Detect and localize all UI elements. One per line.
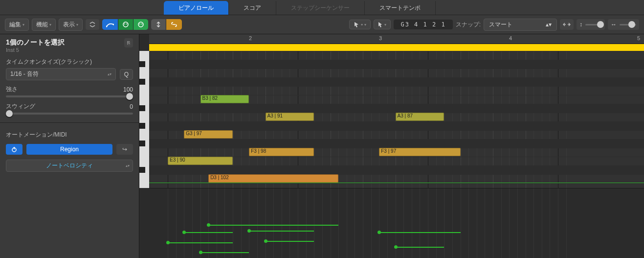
pointer-tool[interactable]: +▾ [349,20,371,29]
midi-draw-tool-icon[interactable] [102,19,118,30]
black-key[interactable] [139,105,145,111]
midi-note[interactable]: F3 | 97 [379,148,460,156]
snap-select[interactable]: スマート▴▾ [484,19,557,31]
midi-note[interactable]: B3 | 82 [200,95,249,103]
tab-score[interactable]: スコア [229,1,276,15]
view-tabs: ピアノロール スコア ステップシーケンサー スマートテンポ [0,0,644,15]
tab-piano-roll[interactable]: ピアノロール [164,1,229,15]
ruler-mark: 2 [249,35,252,41]
automation-param-select[interactable]: ノートベロシティ▴▾ [6,160,133,172]
quantize-apply-button[interactable]: Q [120,69,133,80]
velocity-line[interactable] [208,225,338,226]
snap-edges-icon[interactable] [560,19,574,30]
velocity-line[interactable] [396,247,444,248]
ruler-mark: 4 [509,35,512,41]
link-icon[interactable] [166,19,182,30]
velocity-line[interactable] [184,232,233,233]
midi-note[interactable]: A3 | 87 [396,113,444,121]
horizontal-zoom[interactable]: ↔ [608,19,639,30]
position-readout: G3 4 1 2 1 [394,20,452,29]
black-key[interactable] [139,167,145,173]
svg-point-2 [123,22,128,27]
quantize-label: タイムクオンタイズ(クラシック) [6,58,133,66]
collapse-icon[interactable] [86,19,99,30]
velocity-handle[interactable] [166,241,170,244]
vertical-zoom[interactable]: ↕ [577,19,605,30]
inspector-toggle-icon[interactable]: ⎘ [124,38,133,47]
tab-step-sequencer: ステップシーケンサー [276,1,365,15]
black-key[interactable] [139,123,145,129]
velocity-line[interactable] [249,231,314,232]
midi-note[interactable]: A3 | 91 [266,113,314,121]
svg-point-4 [126,23,127,24]
region-button[interactable]: Region [26,144,112,155]
automation-next-icon[interactable]: ↪ [116,144,133,155]
ruler-mark: 3 [379,35,382,41]
midi-note[interactable]: G3 | 97 [184,130,233,139]
strength-value: 100 [123,86,133,93]
velocity-handle[interactable] [182,231,186,234]
functions-menu[interactable]: 機能▾ [32,19,56,31]
inspector-sidebar: 1個のノートを選択 Inst 5 ⎘ タイムクオンタイズ(クラシック) 1/16… [0,34,139,258]
velocity-handle[interactable] [247,229,251,233]
svg-point-3 [124,23,125,24]
main: 1個のノートを選択 Inst 5 ⎘ タイムクオンタイズ(クラシック) 1/16… [0,34,644,258]
swing-value: 0 [130,103,133,110]
svg-point-6 [139,23,140,24]
tab-smart-tempo[interactable]: スマートテンポ [365,1,436,15]
strength-slider[interactable] [6,95,133,97]
black-key[interactable] [139,61,145,67]
midi-note[interactable]: D3 | 102 [208,174,338,183]
svg-point-7 [141,23,142,24]
alt-tool[interactable]: ▾ [374,20,391,29]
link-group [151,19,182,30]
swing-label: スウィング [6,102,35,111]
midi-out-icon[interactable] [133,19,148,30]
velocity-handle[interactable] [199,251,202,254]
velocity-handle[interactable] [394,245,398,249]
view-menu[interactable]: 表示▾ [59,19,83,31]
divider [0,122,139,123]
black-key[interactable] [139,141,145,146]
piano-roll-editor: 2345 B3 | 82A3 | 91A3 | 87G3 | 97F3 | 98… [139,34,644,258]
automation-power-button[interactable] [6,144,22,155]
region-strip[interactable] [149,44,644,51]
selection-title: 1個のノートを選択 [6,38,65,47]
velocity-line[interactable] [379,232,460,233]
note-grid[interactable]: B3 | 82A3 | 91A3 | 87G3 | 97F3 | 98F3 | … [149,51,644,188]
swing-slider[interactable] [6,113,133,115]
timeline-ruler[interactable]: 2345 [149,34,644,44]
velocity-handle[interactable] [378,231,381,234]
midi-in-icon[interactable] [118,19,133,30]
ruler-mark: 5 [637,35,640,41]
snap-label: スナップ: [456,21,481,29]
midi-tool-group [102,19,148,30]
toolbar: 編集▾ 機能▾ 表示▾ +▾ ▾ G3 4 1 2 1 スナップ: スマート▴▾… [0,15,644,34]
edit-menu[interactable]: 編集▾ [5,19,29,31]
strength-label: 強さ [6,85,18,94]
velocity-handle[interactable] [207,223,210,227]
velocity-lane[interactable] [149,188,644,258]
piano-keyboard[interactable] [139,51,149,188]
velocity-line[interactable] [266,241,314,242]
svg-point-5 [138,22,143,27]
midi-note[interactable]: E3 | 90 [168,157,233,165]
velocity-line[interactable] [200,252,249,253]
velocity-line[interactable] [168,242,233,243]
selection-track: Inst 5 [6,47,65,53]
automation-label: オートメーション/MIDI [6,131,133,139]
selection-header: 1個のノートを選択 Inst 5 ⎘ [6,38,133,53]
velocity-handle[interactable] [264,239,267,243]
midi-note[interactable]: F3 | 98 [249,148,314,156]
catch-playhead-icon[interactable] [151,19,166,30]
black-key[interactable] [139,79,145,85]
quantize-select[interactable]: 1/16 - 音符▴▾ [6,68,116,80]
